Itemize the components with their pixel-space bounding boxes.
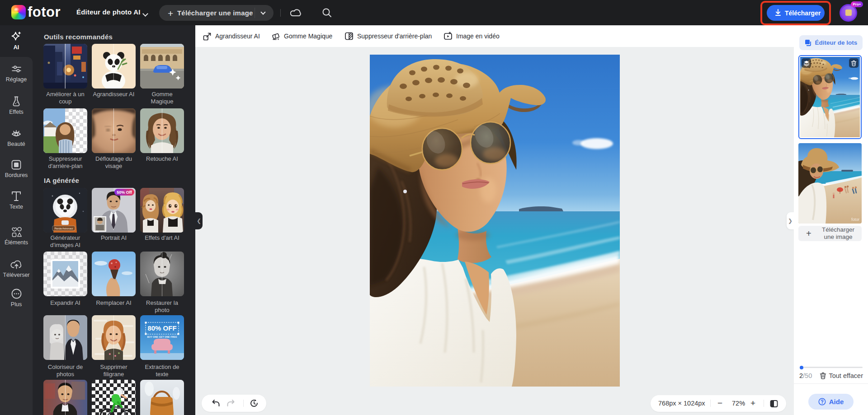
svg-text:BUY ONE GET ONE FREE: BUY ONE GET ONE FREE bbox=[147, 336, 177, 338]
svg-text:80% OFF: 80% OFF bbox=[147, 324, 176, 332]
svg-text:50% Off: 50% Off bbox=[117, 190, 132, 195]
svg-text:Panda Astronaut: Panda Astronaut bbox=[55, 227, 73, 230]
svg-text:fotor: fotor bbox=[851, 217, 859, 222]
